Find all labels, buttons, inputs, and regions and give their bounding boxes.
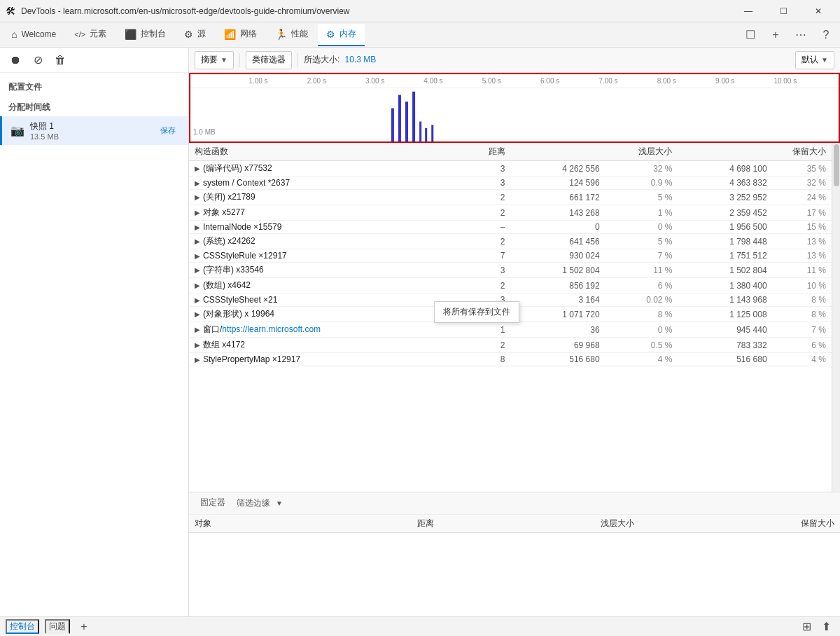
table-row[interactable]: ▶CSSStyleRule ×12917 7 930 024 7 % 1 751… bbox=[189, 249, 832, 263]
more-tabs-button[interactable]: + bbox=[764, 24, 787, 46]
bottom-col-retained[interactable]: 保留大小 bbox=[640, 515, 840, 533]
tab-console-label: 控制台 bbox=[141, 28, 166, 40]
cell-shallow: 930 024 bbox=[511, 249, 606, 263]
table-row[interactable]: ▶(关闭) x21789 2 661 172 5 % 3 252 952 24 … bbox=[189, 190, 832, 205]
bottom-col-object[interactable]: 对象 bbox=[189, 515, 314, 533]
timeline-chart bbox=[190, 88, 839, 141]
svg-rect-0 bbox=[391, 109, 394, 142]
stop-button[interactable]: ⊘ bbox=[28, 50, 48, 70]
cell-distance: 8 bbox=[456, 353, 511, 366]
home-icon: ⌂ bbox=[11, 29, 17, 40]
snapshot-item[interactable]: 📷 快照 1 13.5 MB 保存 bbox=[0, 116, 188, 145]
filter-edge-arrow[interactable]: ▼ bbox=[276, 499, 283, 507]
console-tab[interactable]: 控制台 bbox=[6, 619, 39, 634]
tab-network[interactable]: 📶 网络 bbox=[216, 24, 265, 46]
svg-rect-6 bbox=[431, 125, 433, 141]
filter-dropdown[interactable]: 类筛选器 bbox=[246, 51, 292, 69]
table-row[interactable]: ▶system / Context *2637 3 124 596 0.9 % … bbox=[189, 177, 832, 190]
table-row[interactable]: ▶对象 x5277 2 143 268 1 % 2 359 452 17 % bbox=[189, 205, 832, 221]
help-button[interactable]: ? bbox=[815, 24, 837, 46]
retainers-tab[interactable]: 固定器 bbox=[195, 494, 231, 512]
constructor-name: (数组) x4642 bbox=[203, 280, 251, 290]
snapshot-info: 快照 1 13.5 MB bbox=[30, 120, 150, 141]
expand-icon[interactable]: ▶ bbox=[195, 341, 200, 349]
tab-console[interactable]: ⬛ 控制台 bbox=[116, 24, 174, 46]
expand-icon[interactable]: ▶ bbox=[195, 209, 200, 216]
more-options-button[interactable]: ⋯ bbox=[790, 24, 812, 46]
expand-icon[interactable]: ▶ bbox=[195, 282, 200, 289]
tab-performance[interactable]: 🏃 性能 bbox=[267, 24, 316, 46]
cell-distance: 1 bbox=[456, 322, 511, 338]
table-row[interactable]: ▶(编译代码) x77532 3 4 262 556 32 % 4 698 10… bbox=[189, 161, 832, 177]
settings-button[interactable]: ⬆ bbox=[818, 618, 834, 635]
col-distance[interactable]: 距离 bbox=[456, 143, 511, 161]
cell-shallow-pct: 32 % bbox=[606, 161, 678, 177]
bottom-col-shallow[interactable]: 浅层大小 bbox=[440, 515, 640, 533]
new-tab-button[interactable]: ☐ bbox=[739, 24, 762, 46]
expand-icon[interactable]: ▶ bbox=[195, 296, 200, 304]
svg-rect-3 bbox=[412, 92, 415, 141]
cell-shallow-pct: 7 % bbox=[606, 249, 678, 263]
tab-bar: ⌂ Welcome </> 元素 ⬛ 控制台 ⚙ 源 📶 网络 🏃 性能 bbox=[0, 22, 840, 48]
separator-1 bbox=[239, 53, 240, 67]
col-constructor[interactable]: 构造函数 bbox=[189, 143, 456, 161]
constructor-name: InternalNode ×15579 bbox=[203, 222, 281, 232]
record-button[interactable]: ⏺ bbox=[6, 50, 25, 70]
main-scrollbar[interactable] bbox=[832, 143, 840, 492]
default-dropdown[interactable]: 默认 ▼ bbox=[795, 51, 834, 69]
table-row[interactable]: ▶数组 x4172 2 69 968 0.5 % 783 332 6 % bbox=[189, 338, 832, 353]
table-row[interactable]: ▶(系统) x24262 2 641 456 5 % 1 798 448 13 … bbox=[189, 234, 832, 249]
snapshot-save-button[interactable]: 保存 bbox=[156, 124, 180, 137]
cell-distance: 2 bbox=[456, 190, 511, 205]
cell-distance: 2 bbox=[456, 338, 511, 353]
cell-retained: 1 143 968 bbox=[678, 293, 772, 307]
cell-retained: 3 252 952 bbox=[678, 190, 772, 205]
expand-icon[interactable]: ▶ bbox=[195, 223, 200, 231]
expand-icon[interactable]: ▶ bbox=[195, 237, 200, 245]
cell-retained-pct: 35 % bbox=[773, 161, 832, 177]
cell-constructor: ▶(字符串) x33546 bbox=[189, 263, 456, 278]
table-row[interactable]: ▶(字符串) x33546 3 1 502 804 11 % 1 502 804… bbox=[189, 263, 832, 278]
summary-dropdown[interactable]: 摘要 ▼ bbox=[195, 51, 234, 69]
constructor-name: (关闭) x21789 bbox=[203, 192, 255, 202]
table-row[interactable]: ▶StylePropertyMap ×12917 8 516 680 4 % 5… bbox=[189, 353, 832, 366]
minimize-button[interactable]: — bbox=[732, 0, 764, 22]
expand-icon[interactable]: ▶ bbox=[195, 310, 200, 318]
expand-icon[interactable]: ▶ bbox=[195, 356, 200, 364]
cell-retained-pct: 6 % bbox=[773, 338, 832, 353]
tab-memory[interactable]: ⚙ 内存 bbox=[318, 24, 365, 46]
expand-icon[interactable]: ▶ bbox=[195, 326, 200, 333]
scrollbar-thumb[interactable] bbox=[834, 144, 839, 186]
timeline-area[interactable]: 1.00 s 2.00 s 3.00 s 4.00 s 5.00 s 6.00 … bbox=[189, 73, 840, 143]
col-shallow[interactable]: 浅层大小 bbox=[511, 143, 678, 161]
bottom-col-distance[interactable]: 距离 bbox=[314, 515, 440, 533]
table-row[interactable]: ▶(数组) x4642 2 856 192 6 % 1 380 400 10 % bbox=[189, 278, 832, 293]
maximize-button[interactable]: ☐ bbox=[767, 0, 799, 22]
table-row[interactable]: ▶(对象形状) x 19964 2 1 071 720 8 % 1 125 00… bbox=[189, 307, 832, 322]
clear-button[interactable]: 🗑 bbox=[50, 50, 70, 70]
cell-shallow: 4 262 556 bbox=[511, 161, 606, 177]
dock-button[interactable]: ⊞ bbox=[798, 618, 815, 635]
table-row[interactable]: ▶窗口/https://learn.microsoft.com 1 36 0 %… bbox=[189, 322, 832, 338]
constructor-link[interactable]: https://learn.microsoft.com bbox=[222, 324, 321, 334]
close-button[interactable]: ✕ bbox=[802, 0, 834, 22]
table-row[interactable]: ▶InternalNode ×15579 – 0 0 % 1 956 500 1… bbox=[189, 221, 832, 234]
add-panel-button[interactable]: + bbox=[76, 618, 92, 635]
tab-welcome[interactable]: ⌂ Welcome bbox=[3, 24, 64, 46]
expand-icon[interactable]: ▶ bbox=[195, 165, 200, 172]
col-retained[interactable]: 保留大小 bbox=[678, 143, 832, 161]
expand-icon[interactable]: ▶ bbox=[195, 179, 200, 187]
expand-icon[interactable]: ▶ bbox=[195, 252, 200, 260]
cell-shallow: 0 bbox=[511, 221, 606, 234]
tab-sources[interactable]: ⚙ 源 bbox=[176, 24, 214, 46]
table-row[interactable]: ▶CSSStyleSheet ×21 3 3 164 0.02 % 1 143 … bbox=[189, 293, 832, 307]
filter-label: 类筛选器 bbox=[252, 54, 286, 66]
issues-tab[interactable]: 问题 bbox=[45, 619, 70, 634]
cell-shallow-pct: 0.5 % bbox=[606, 338, 678, 353]
expand-icon[interactable]: ▶ bbox=[195, 266, 200, 274]
cell-shallow: 69 968 bbox=[511, 338, 606, 353]
tab-elements[interactable]: </> 元素 bbox=[66, 24, 115, 46]
tab-sources-label: 源 bbox=[197, 28, 206, 40]
cell-retained-pct: 17 % bbox=[773, 205, 832, 221]
expand-icon[interactable]: ▶ bbox=[195, 193, 200, 201]
